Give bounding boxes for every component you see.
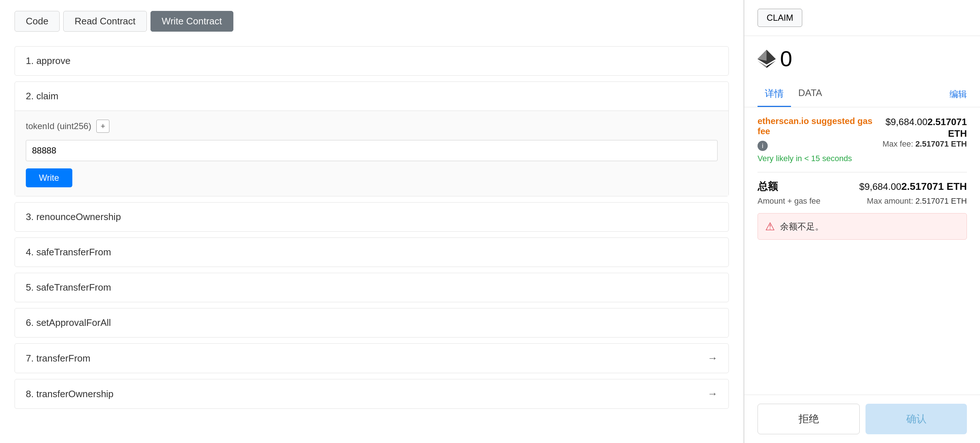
contract-item-claim: 2. claim tokenId (uint256) + Write: [14, 81, 729, 196]
total-eth: 2.517071 ETH: [901, 181, 967, 192]
contract-item-label-renounce: 3. renounceOwnership: [26, 211, 121, 223]
contract-item-label-setapproval: 6. setApprovalForAll: [26, 317, 111, 328]
total-row: 总额 $9,684.002.517071 ETH: [757, 180, 967, 193]
likely-text: Very likely in < 15 seconds: [757, 154, 874, 163]
tab-bar: Code Read Contract Write Contract: [14, 11, 729, 32]
error-icon: ⚠: [765, 220, 775, 233]
right-body: etherscan.io suggested gas fee i Very li…: [745, 107, 980, 395]
contract-item-header-safetransfer2[interactable]: 5. safeTransferFrom: [15, 273, 729, 302]
contract-item-label-transferownership: 8. transferOwnership: [26, 389, 113, 400]
total-usd: $9,684.00: [859, 181, 902, 192]
total-section: 总额 $9,684.002.517071 ETH Amount + gas fe…: [757, 180, 967, 206]
gas-right: $9,684.002.517071 ETH Max fee: 2.517071 …: [874, 116, 967, 149]
max-fee-row: Max fee: 2.517071 ETH: [874, 139, 967, 149]
contract-item-safetransfer1: 4. safeTransferFrom: [14, 237, 729, 267]
contract-item-safetransfer2: 5. safeTransferFrom: [14, 273, 729, 302]
tab-write-contract[interactable]: Write Contract: [151, 11, 233, 32]
contract-item-header-claim[interactable]: 2. claim: [15, 82, 729, 111]
gas-section: etherscan.io suggested gas fee i Very li…: [757, 116, 967, 163]
contract-item-label-approve: 1. approve: [26, 55, 70, 67]
max-amount-value: 2.517071 ETH: [915, 196, 967, 206]
field-label-tokenid: tokenId (uint256): [26, 121, 91, 131]
write-button[interactable]: Write: [26, 168, 72, 187]
contract-item-label-safetransfer2: 5. safeTransferFrom: [26, 282, 111, 293]
claim-button[interactable]: CLAIM: [757, 9, 802, 27]
error-box: ⚠ 余额不足。: [757, 213, 967, 240]
max-amount-label: Max amount:: [867, 196, 913, 206]
tab-data[interactable]: DATA: [791, 81, 829, 107]
max-fee-value: 2.517071 ETH: [915, 139, 967, 148]
gas-eth: 2.517071 ETH: [928, 116, 967, 139]
tab-details[interactable]: 详情: [757, 81, 791, 107]
plus-button[interactable]: +: [96, 120, 110, 133]
gas-left: etherscan.io suggested gas fee i Very li…: [757, 116, 874, 163]
contract-item-header-renounce[interactable]: 3. renounceOwnership: [15, 202, 729, 231]
arrow-right-icon-2: →: [707, 388, 718, 400]
edit-link[interactable]: 编辑: [950, 83, 967, 106]
tab-code[interactable]: Code: [14, 11, 60, 32]
field-row-tokenid: tokenId (uint256) +: [26, 120, 718, 133]
gas-title: etherscan.io suggested gas fee: [757, 116, 874, 136]
eth-display: 0: [745, 36, 980, 81]
amount-gas-row: Amount + gas fee Max amount: 2.517071 ET…: [757, 196, 967, 206]
contract-item-header-transferfrom[interactable]: 7. transferFrom →: [15, 344, 729, 373]
tab-read-contract[interactable]: Read Contract: [63, 11, 147, 32]
contract-item-label-transferfrom: 7. transferFrom: [26, 353, 91, 364]
contract-item-body-claim: tokenId (uint256) + Write: [15, 111, 729, 196]
contract-item-transferfrom: 7. transferFrom →: [14, 343, 729, 373]
contract-item-header-transferownership[interactable]: 8. transferOwnership →: [15, 379, 729, 408]
eth-value: 0: [780, 46, 792, 71]
detail-tab-row: 详情 DATA 编辑: [745, 81, 980, 107]
amount-gas-label: Amount + gas fee: [757, 196, 821, 206]
contract-item-transferownership: 8. transferOwnership →: [14, 379, 729, 409]
divider: [757, 172, 967, 172]
contract-item-label-safetransfer1: 4. safeTransferFrom: [26, 247, 111, 258]
max-fee-label: Max fee:: [883, 139, 913, 148]
reject-button[interactable]: 拒绝: [757, 404, 860, 434]
arrow-right-icon: →: [707, 352, 718, 364]
right-panel: CLAIM 0 详情 DATA 编辑 etherscan.io suggeste…: [744, 0, 980, 443]
contract-item-setapproval: 6. setApprovalForAll: [14, 308, 729, 338]
gas-row: etherscan.io suggested gas fee i Very li…: [757, 116, 967, 163]
confirm-button[interactable]: 确认: [865, 404, 967, 434]
contract-item-header-safetransfer1[interactable]: 4. safeTransferFrom: [15, 238, 729, 267]
gas-usd: $9,684.00: [886, 116, 928, 127]
left-panel: Code Read Contract Write Contract 1. app…: [0, 0, 744, 443]
contract-item-approve: 1. approve: [14, 46, 729, 76]
contract-item-label-claim: 2. claim: [26, 91, 59, 102]
bottom-buttons: 拒绝 确认: [745, 395, 980, 443]
contract-item-header-approve[interactable]: 1. approve: [15, 46, 729, 75]
tokenid-input[interactable]: [26, 140, 718, 161]
error-text: 余额不足。: [780, 221, 824, 233]
info-icon: i: [757, 141, 768, 151]
right-header: CLAIM: [745, 0, 980, 36]
contract-item-renounce: 3. renounceOwnership: [14, 202, 729, 232]
total-label: 总额: [757, 180, 778, 193]
eth-diamond-icon: [757, 50, 776, 68]
contract-item-header-setapproval[interactable]: 6. setApprovalForAll: [15, 308, 729, 337]
